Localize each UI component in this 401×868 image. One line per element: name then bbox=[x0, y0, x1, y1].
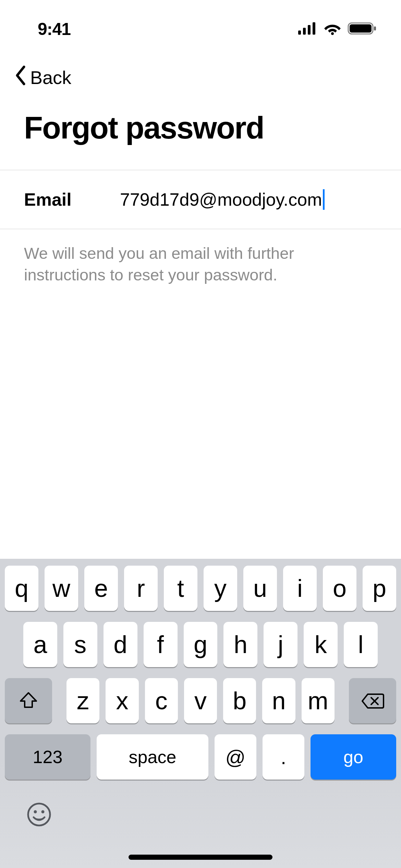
text-cursor bbox=[323, 189, 325, 210]
key-k[interactable]: k bbox=[304, 622, 338, 667]
svg-point-10 bbox=[28, 804, 50, 825]
status-icons bbox=[298, 22, 377, 37]
back-label: Back bbox=[30, 67, 71, 88]
email-input-wrap[interactable]: 779d17d9@moodjoy.com bbox=[120, 189, 377, 210]
key-f[interactable]: f bbox=[144, 622, 178, 667]
wifi-icon bbox=[324, 22, 341, 36]
svg-rect-3 bbox=[313, 22, 315, 35]
svg-rect-6 bbox=[350, 24, 372, 33]
keyboard-bottom-row bbox=[0, 789, 401, 833]
key-s[interactable]: s bbox=[63, 622, 97, 667]
key-j[interactable]: j bbox=[264, 622, 297, 667]
page-title: Forgot password bbox=[0, 90, 401, 170]
email-field-row[interactable]: Email 779d17d9@moodjoy.com bbox=[0, 170, 401, 229]
svg-point-11 bbox=[34, 810, 37, 813]
back-button[interactable]: Back bbox=[14, 65, 71, 90]
svg-rect-1 bbox=[303, 28, 306, 35]
cellular-icon bbox=[298, 22, 317, 36]
status-time: 9:41 bbox=[38, 19, 71, 39]
svg-rect-7 bbox=[374, 26, 376, 31]
svg-rect-0 bbox=[298, 31, 301, 35]
key-i[interactable]: i bbox=[283, 566, 317, 611]
key-numbers[interactable]: 123 bbox=[5, 734, 90, 780]
key-at[interactable]: @ bbox=[215, 734, 256, 780]
helper-text: We will send you an email with further i… bbox=[0, 229, 401, 299]
key-x[interactable]: x bbox=[106, 678, 138, 723]
chevron-left-icon bbox=[14, 65, 27, 90]
key-z[interactable]: z bbox=[66, 678, 99, 723]
key-dot[interactable]: . bbox=[263, 734, 304, 780]
key-l[interactable]: l bbox=[344, 622, 378, 667]
key-shift[interactable] bbox=[5, 678, 52, 723]
svg-rect-2 bbox=[308, 25, 311, 35]
key-m[interactable]: m bbox=[302, 678, 335, 723]
key-v[interactable]: v bbox=[184, 678, 217, 723]
shift-icon bbox=[19, 687, 38, 715]
key-y[interactable]: y bbox=[204, 566, 237, 611]
backspace-icon bbox=[361, 687, 384, 715]
key-space[interactable]: space bbox=[97, 734, 208, 780]
keyboard-row-4: 123 space @ . go bbox=[0, 734, 401, 780]
key-d[interactable]: d bbox=[104, 622, 137, 667]
key-u[interactable]: u bbox=[243, 566, 277, 611]
home-indicator[interactable] bbox=[129, 855, 272, 860]
keyboard: q w e r t y u i o p a s d f g h j k l z … bbox=[0, 559, 401, 868]
keyboard-row-2: a s d f g h j k l bbox=[0, 622, 401, 667]
emoji-icon bbox=[26, 805, 52, 833]
status-bar: 9:41 bbox=[0, 0, 401, 45]
battery-icon bbox=[348, 22, 377, 37]
key-w[interactable]: w bbox=[45, 566, 78, 611]
emoji-button[interactable] bbox=[26, 801, 52, 833]
email-field[interactable]: 779d17d9@moodjoy.com bbox=[120, 189, 322, 210]
key-e[interactable]: e bbox=[84, 566, 118, 611]
key-p[interactable]: p bbox=[363, 566, 396, 611]
keyboard-row-1: q w e r t y u i o p bbox=[0, 566, 401, 611]
key-go[interactable]: go bbox=[311, 734, 396, 780]
key-g[interactable]: g bbox=[184, 622, 218, 667]
nav-bar: Back bbox=[0, 45, 401, 90]
key-h[interactable]: h bbox=[223, 622, 257, 667]
key-q[interactable]: q bbox=[5, 566, 38, 611]
key-r[interactable]: r bbox=[124, 566, 158, 611]
key-b[interactable]: b bbox=[223, 678, 256, 723]
key-t[interactable]: t bbox=[164, 566, 197, 611]
keyboard-row-3: z x c v b n m bbox=[0, 678, 401, 723]
key-c[interactable]: c bbox=[145, 678, 178, 723]
key-o[interactable]: o bbox=[323, 566, 356, 611]
key-backspace[interactable] bbox=[349, 678, 396, 723]
svg-point-12 bbox=[41, 810, 45, 813]
key-a[interactable]: a bbox=[23, 622, 57, 667]
svg-point-4 bbox=[331, 32, 334, 35]
email-label: Email bbox=[24, 189, 120, 210]
key-n[interactable]: n bbox=[262, 678, 295, 723]
